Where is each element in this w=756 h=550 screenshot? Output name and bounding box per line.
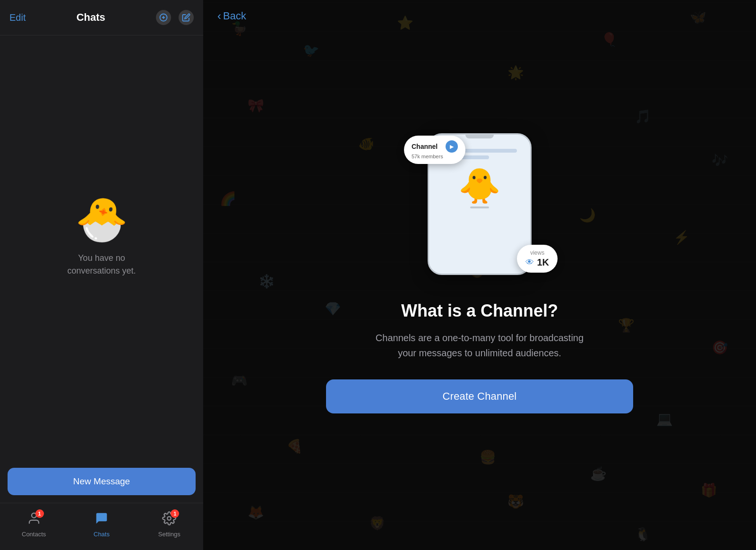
svg-point-4 (168, 516, 172, 520)
no-conversations-text: You have no conversations yet. (67, 252, 136, 277)
tab-settings[interactable]: 1 Settings (141, 511, 198, 538)
phone-home-indicator (470, 206, 489, 208)
phone-mockup-container: Channel ▶ 57k members 🐥 (399, 131, 560, 277)
channel-description: Channels are a one-to-many tool for broa… (366, 330, 593, 361)
tab-contacts-label: Contacts (22, 531, 46, 538)
tab-chats-label: Chats (94, 531, 110, 538)
settings-badge: 1 (171, 509, 179, 518)
back-label: Back (223, 10, 246, 22)
edit-button[interactable]: Edit (9, 12, 26, 23)
channel-heading: What is a Channel? (401, 301, 558, 321)
channel-members: 57k members (412, 154, 458, 159)
views-eye-icon: 👁 (525, 258, 534, 267)
back-chevron-icon: ‹ (217, 9, 221, 23)
new-message-button[interactable]: New Message (8, 468, 196, 495)
channel-bubble-row: Channel ▶ (412, 140, 458, 153)
chats-icon (94, 511, 109, 529)
views-row: 👁 1K (525, 257, 549, 268)
tab-bar: 1 Contacts Chats 1 Settings (0, 503, 203, 550)
left-panel: Edit Chats 🐣 You have no conversati (0, 0, 203, 550)
views-label: views (530, 249, 544, 256)
back-row: ‹ Back (203, 0, 756, 32)
back-button[interactable]: ‹ Back (217, 9, 246, 23)
chick-emoji: 🐣 (75, 198, 128, 241)
header-title: Chats (77, 11, 105, 24)
views-bubble: views 👁 1K (517, 245, 558, 273)
phone-notch (465, 135, 494, 138)
tab-settings-label: Settings (158, 531, 180, 538)
new-chat-icon[interactable] (156, 10, 171, 25)
channel-info: Channel ▶ 57k members 🐥 (291, 32, 669, 550)
header-icons (156, 10, 194, 25)
header: Edit Chats (0, 0, 203, 35)
channel-play-icon: ▶ (446, 140, 458, 153)
tab-chats[interactable]: Chats (73, 511, 130, 538)
main-content: ‹ Back Channel ▶ 57k members (203, 0, 756, 550)
tab-contacts[interactable]: 1 Contacts (6, 511, 62, 538)
channel-bubble-name: Channel (412, 143, 438, 150)
contacts-badge: 1 (35, 509, 44, 518)
channel-bubble: Channel ▶ 57k members (404, 136, 465, 164)
phone-duck: 🐥 (433, 169, 526, 203)
contacts-icon: 1 (27, 511, 41, 529)
duck-emoji: 🐥 (458, 169, 501, 203)
compose-icon[interactable] (179, 10, 194, 25)
create-channel-button[interactable]: Create Channel (326, 379, 633, 413)
settings-icon: 1 (162, 511, 176, 529)
empty-state: 🐣 You have no conversations yet. (0, 35, 203, 468)
views-count: 1K (537, 257, 549, 268)
